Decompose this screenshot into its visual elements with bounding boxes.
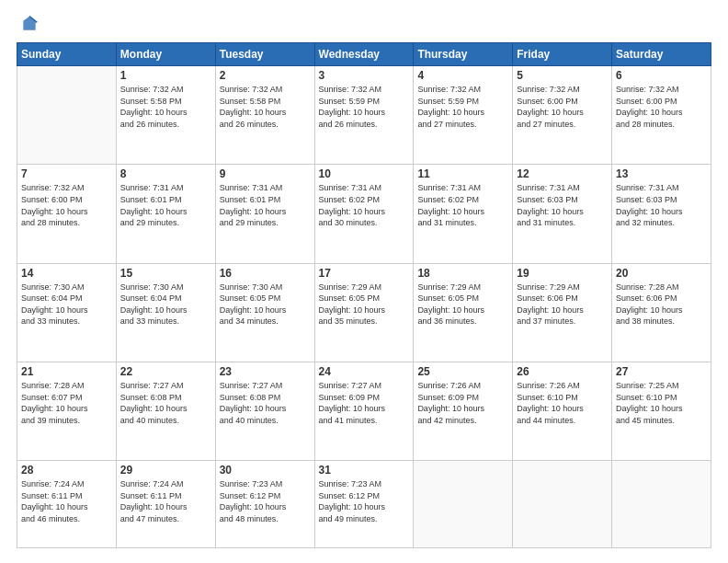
calendar-cell: 17Sunrise: 7:29 AMSunset: 6:05 PMDayligh… [314,263,414,362]
day-info: Sunrise: 7:24 AMSunset: 6:11 PMDaylight:… [21,478,112,524]
header [17,15,711,33]
day-info: Sunrise: 7:32 AMSunset: 5:58 PMDaylight:… [120,84,211,130]
calendar-cell: 14Sunrise: 7:30 AMSunset: 6:04 PMDayligh… [17,263,117,362]
day-info: Sunrise: 7:27 AMSunset: 6:08 PMDaylight:… [120,380,211,426]
calendar-cell: 20Sunrise: 7:28 AMSunset: 6:06 PMDayligh… [612,263,711,362]
weekday-header-monday: Monday [116,43,215,66]
day-number: 16 [220,267,311,280]
calendar-cell: 11Sunrise: 7:31 AMSunset: 6:02 PMDayligh… [414,165,513,263]
calendar-cell: 18Sunrise: 7:29 AMSunset: 6:05 PMDayligh… [414,263,513,362]
calendar-cell: 15Sunrise: 7:30 AMSunset: 6:04 PMDayligh… [116,263,215,362]
day-info: Sunrise: 7:28 AMSunset: 6:06 PMDaylight:… [616,282,707,327]
calendar-cell: 26Sunrise: 7:26 AMSunset: 6:10 PMDayligh… [513,362,612,460]
day-info: Sunrise: 7:31 AMSunset: 6:01 PMDaylight:… [120,182,211,228]
calendar-cell: 25Sunrise: 7:26 AMSunset: 6:09 PMDayligh… [414,362,513,460]
day-info: Sunrise: 7:31 AMSunset: 6:03 PMDaylight:… [517,182,608,228]
calendar-cell [17,66,117,165]
day-info: Sunrise: 7:26 AMSunset: 6:10 PMDaylight:… [517,380,608,426]
calendar-week-2: 7Sunrise: 7:32 AMSunset: 6:00 PMDaylight… [17,165,711,263]
day-number: 11 [417,167,508,180]
day-number: 22 [120,365,211,378]
calendar-cell: 12Sunrise: 7:31 AMSunset: 6:03 PMDayligh… [513,165,612,263]
day-number: 13 [616,167,707,180]
day-info: Sunrise: 7:32 AMSunset: 5:58 PMDaylight:… [220,84,311,130]
day-number: 17 [319,267,410,280]
day-number: 23 [220,365,311,378]
calendar-cell: 28Sunrise: 7:24 AMSunset: 6:11 PMDayligh… [17,461,117,548]
calendar-week-1: 1Sunrise: 7:32 AMSunset: 5:58 PMDaylight… [17,66,711,165]
day-info: Sunrise: 7:29 AMSunset: 6:05 PMDaylight:… [319,282,410,327]
calendar-cell: 27Sunrise: 7:25 AMSunset: 6:10 PMDayligh… [612,362,711,460]
day-number: 6 [616,69,707,82]
calendar-cell: 22Sunrise: 7:27 AMSunset: 6:08 PMDayligh… [116,362,215,460]
day-info: Sunrise: 7:32 AMSunset: 6:00 PMDaylight:… [21,182,112,228]
calendar-cell: 7Sunrise: 7:32 AMSunset: 6:00 PMDaylight… [17,165,117,263]
day-info: Sunrise: 7:31 AMSunset: 6:03 PMDaylight:… [616,182,707,228]
calendar-cell: 24Sunrise: 7:27 AMSunset: 6:09 PMDayligh… [314,362,414,460]
day-info: Sunrise: 7:30 AMSunset: 6:04 PMDaylight:… [21,282,112,327]
day-number: 21 [21,365,112,378]
logo [17,15,40,33]
calendar-cell: 5Sunrise: 7:32 AMSunset: 6:00 PMDaylight… [513,66,612,165]
day-info: Sunrise: 7:31 AMSunset: 6:02 PMDaylight:… [417,182,508,228]
day-number: 29 [120,464,211,477]
day-info: Sunrise: 7:30 AMSunset: 6:05 PMDaylight:… [220,282,311,327]
day-number: 7 [21,167,112,180]
day-number: 25 [417,365,508,378]
calendar-cell: 23Sunrise: 7:27 AMSunset: 6:08 PMDayligh… [215,362,314,460]
day-number: 5 [517,69,608,82]
calendar-cell: 2Sunrise: 7:32 AMSunset: 5:58 PMDaylight… [215,66,314,165]
calendar-cell: 3Sunrise: 7:32 AMSunset: 5:59 PMDaylight… [314,66,414,165]
calendar-cell: 19Sunrise: 7:29 AMSunset: 6:06 PMDayligh… [513,263,612,362]
calendar-cell [414,461,513,548]
day-number: 18 [417,267,508,280]
day-number: 1 [120,69,211,82]
day-number: 3 [319,69,410,82]
day-number: 24 [319,365,410,378]
day-info: Sunrise: 7:29 AMSunset: 6:06 PMDaylight:… [517,282,608,327]
day-number: 15 [120,267,211,280]
day-info: Sunrise: 7:24 AMSunset: 6:11 PMDaylight:… [120,478,211,524]
day-number: 20 [616,267,707,280]
day-info: Sunrise: 7:32 AMSunset: 6:00 PMDaylight:… [517,84,608,130]
day-number: 12 [517,167,608,180]
calendar-cell: 6Sunrise: 7:32 AMSunset: 6:00 PMDaylight… [612,66,711,165]
calendar: SundayMondayTuesdayWednesdayThursdayFrid… [17,42,711,548]
day-number: 14 [21,267,112,280]
calendar-cell: 31Sunrise: 7:23 AMSunset: 6:12 PMDayligh… [314,461,414,548]
day-info: Sunrise: 7:23 AMSunset: 6:12 PMDaylight:… [319,478,410,524]
weekday-header-wednesday: Wednesday [314,43,414,66]
day-number: 8 [120,167,211,180]
day-info: Sunrise: 7:31 AMSunset: 6:02 PMDaylight:… [319,182,410,228]
day-number: 28 [21,464,112,477]
weekday-header-tuesday: Tuesday [215,43,314,66]
calendar-cell: 16Sunrise: 7:30 AMSunset: 6:05 PMDayligh… [215,263,314,362]
calendar-week-5: 28Sunrise: 7:24 AMSunset: 6:11 PMDayligh… [17,461,711,548]
day-info: Sunrise: 7:29 AMSunset: 6:05 PMDaylight:… [417,282,508,327]
day-number: 9 [220,167,311,180]
calendar-cell: 8Sunrise: 7:31 AMSunset: 6:01 PMDaylight… [116,165,215,263]
day-number: 10 [319,167,410,180]
weekday-header-saturday: Saturday [612,43,711,66]
calendar-week-4: 21Sunrise: 7:28 AMSunset: 6:07 PMDayligh… [17,362,711,460]
day-info: Sunrise: 7:27 AMSunset: 6:08 PMDaylight:… [220,380,311,426]
day-info: Sunrise: 7:23 AMSunset: 6:12 PMDaylight:… [220,478,311,524]
day-number: 27 [616,365,707,378]
calendar-week-3: 14Sunrise: 7:30 AMSunset: 6:04 PMDayligh… [17,263,711,362]
day-info: Sunrise: 7:26 AMSunset: 6:09 PMDaylight:… [417,380,508,426]
day-info: Sunrise: 7:28 AMSunset: 6:07 PMDaylight:… [21,380,112,426]
calendar-cell: 10Sunrise: 7:31 AMSunset: 6:02 PMDayligh… [314,165,414,263]
weekday-header-sunday: Sunday [17,43,117,66]
day-info: Sunrise: 7:32 AMSunset: 5:59 PMDaylight:… [319,84,410,130]
calendar-cell: 21Sunrise: 7:28 AMSunset: 6:07 PMDayligh… [17,362,117,460]
calendar-header-row: SundayMondayTuesdayWednesdayThursdayFrid… [17,43,711,66]
weekday-header-thursday: Thursday [414,43,513,66]
day-number: 19 [517,267,608,280]
day-number: 30 [220,464,311,477]
calendar-cell [612,461,711,548]
weekday-header-friday: Friday [513,43,612,66]
day-info: Sunrise: 7:31 AMSunset: 6:01 PMDaylight:… [220,182,311,228]
calendar-cell [513,461,612,548]
calendar-cell: 4Sunrise: 7:32 AMSunset: 5:59 PMDaylight… [414,66,513,165]
calendar-cell: 29Sunrise: 7:24 AMSunset: 6:11 PMDayligh… [116,461,215,548]
